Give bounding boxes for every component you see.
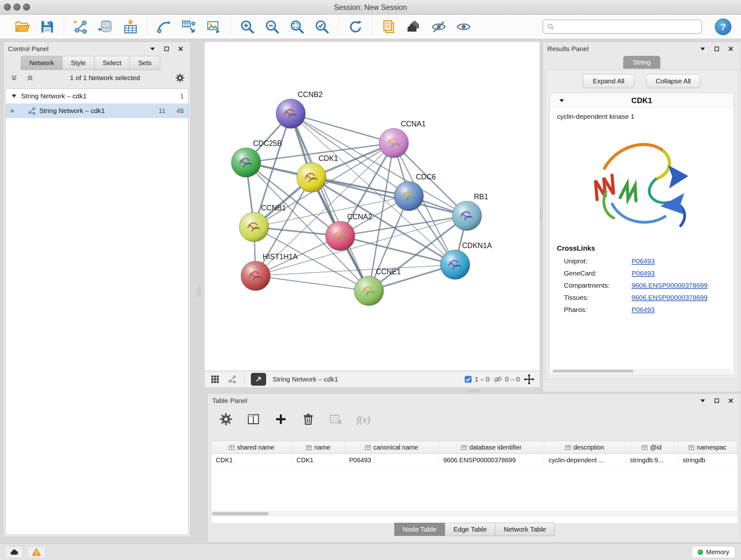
copy-icon[interactable] xyxy=(381,18,397,35)
edge-CCNB2-CCNE1[interactable] xyxy=(291,114,369,291)
expand-all-tree-icon[interactable] xyxy=(24,73,36,83)
collection-count: 1 xyxy=(180,92,184,100)
edge-CDC6-CCNE1[interactable] xyxy=(369,196,409,291)
grid-view-icon[interactable] xyxy=(210,374,220,384)
float-panel-icon[interactable] xyxy=(161,44,172,54)
column-header-@id[interactable]: @id xyxy=(625,441,678,454)
horizontal-splitter[interactable] xyxy=(468,389,479,392)
edge-CCNB2-CCNA1[interactable] xyxy=(291,114,394,143)
tab-network[interactable]: Network xyxy=(21,56,63,70)
table-settings-gear-icon[interactable] xyxy=(219,413,232,427)
node-label-CCNB1: CCNB1 xyxy=(261,204,286,212)
collapse-all-button[interactable]: Collapse All xyxy=(646,74,701,88)
column-header-shared-name[interactable]: shared name xyxy=(211,441,292,454)
card-horizontal-scrollbar[interactable] xyxy=(552,369,732,373)
crosslink-link[interactable]: P06493 xyxy=(631,269,655,277)
new-network-icon[interactable] xyxy=(156,18,172,35)
warning-icon[interactable] xyxy=(27,546,45,558)
tab-node-table[interactable]: Node Table xyxy=(394,523,445,536)
edge-CDK1-RB1[interactable] xyxy=(312,178,467,216)
tab-sets[interactable]: Sets xyxy=(130,56,160,70)
expand-all-button[interactable]: Expand All xyxy=(583,74,634,88)
node-CDC25B[interactable] xyxy=(231,148,261,177)
tab-string[interactable]: String xyxy=(623,56,660,69)
delete-column-trash-icon[interactable] xyxy=(301,413,315,427)
table-horizontal-scrollbar[interactable] xyxy=(211,511,738,516)
selected-checkbox-icon[interactable] xyxy=(464,375,472,383)
network-row[interactable]: String Network – cdk1 11 48 xyxy=(6,104,188,118)
network-from-table-icon[interactable] xyxy=(181,18,197,35)
node-RB1[interactable] xyxy=(452,201,482,231)
import-table-from-file-icon[interactable] xyxy=(122,18,139,35)
gear-icon[interactable] xyxy=(175,73,185,83)
close-panel-icon[interactable] xyxy=(175,44,186,54)
vertical-splitter-left[interactable] xyxy=(197,286,200,297)
show-columns-icon[interactable] xyxy=(247,413,260,427)
float-panel-icon[interactable] xyxy=(711,396,722,406)
cloud-icon[interactable] xyxy=(5,546,23,558)
import-network-from-file-icon[interactable] xyxy=(72,18,89,35)
panel-menu-icon[interactable] xyxy=(697,44,708,54)
zoom-selected-icon[interactable] xyxy=(314,18,330,35)
node-CDK1[interactable] xyxy=(297,163,326,192)
network-collection-row[interactable]: String Network – cdk1 1 xyxy=(6,89,188,104)
node-CCNB2[interactable] xyxy=(276,99,306,128)
node-CCNE1[interactable] xyxy=(354,276,384,306)
crosslink-link[interactable]: P06493 xyxy=(631,257,655,265)
add-column-icon[interactable] xyxy=(274,413,287,427)
save-session-icon[interactable] xyxy=(39,18,56,35)
function-builder-icon[interactable]: f(x) xyxy=(356,414,370,426)
column-header-namespac[interactable]: namespac xyxy=(678,441,737,454)
zoom-out-icon[interactable] xyxy=(264,18,280,35)
node-CDKN1A[interactable] xyxy=(441,250,470,279)
column-header-name[interactable]: name xyxy=(292,441,345,454)
tab-edge-table[interactable]: Edge Table xyxy=(445,523,495,536)
node-label-HIST1H1A: HIST1H1A xyxy=(263,253,298,261)
table-row[interactable]: CDK1CDK1P064939606.ENSP00000378699cyclin… xyxy=(211,454,738,467)
help-button[interactable]: ? xyxy=(715,18,731,35)
network-canvas[interactable]: CCNB2CCNA1CDC25BCDK1CDC6RB1CCNB1CCNA2CDK… xyxy=(204,42,540,371)
network-share-icon[interactable] xyxy=(227,374,238,384)
zoom-fit-icon[interactable] xyxy=(289,18,306,35)
column-header-description[interactable]: description xyxy=(544,441,625,454)
node-CCNB1[interactable] xyxy=(239,212,269,242)
node-CCNA1[interactable] xyxy=(379,128,408,158)
node-CCNA2[interactable] xyxy=(326,221,355,251)
column-header-canonical-name[interactable]: canonical name xyxy=(345,441,439,454)
tab-style[interactable]: Style xyxy=(62,56,94,70)
search-input[interactable] xyxy=(558,23,697,30)
collapse-all-tree-icon[interactable] xyxy=(9,73,19,83)
zoom-in-icon[interactable] xyxy=(239,18,256,35)
node-CDC6[interactable] xyxy=(394,181,423,211)
close-panel-icon[interactable] xyxy=(725,44,736,54)
edge-HIST1H1A-CCNE1[interactable] xyxy=(256,276,369,291)
delete-table-icon[interactable] xyxy=(329,413,342,427)
float-panel-icon[interactable] xyxy=(711,44,722,54)
apply-layout-icon[interactable] xyxy=(347,18,364,35)
pan-crosshair-icon[interactable] xyxy=(524,374,535,385)
export-image-icon[interactable] xyxy=(205,18,222,35)
close-panel-icon[interactable] xyxy=(725,396,736,406)
table-cell: P06493 xyxy=(345,454,439,466)
panel-menu-icon[interactable] xyxy=(147,44,158,54)
hide-selected-eye-slash-icon[interactable] xyxy=(430,18,447,35)
import-network-from-database-icon[interactable] xyxy=(97,18,114,35)
houses-icon[interactable] xyxy=(406,18,422,35)
tree-expand-icon[interactable] xyxy=(10,91,18,101)
hidden-eye-slash-icon[interactable] xyxy=(493,375,502,384)
node-HIST1H1A[interactable] xyxy=(241,261,270,291)
crosslinks-title: CrossLinks xyxy=(550,240,734,255)
search-box[interactable] xyxy=(542,19,702,34)
panel-menu-icon[interactable] xyxy=(697,396,708,406)
crosslink-link[interactable]: P06493 xyxy=(631,306,655,314)
main-toolbar: ? xyxy=(0,15,741,39)
memory-button[interactable]: Memory xyxy=(691,546,735,558)
crosslink-link[interactable]: 9606.ENSP00000378699 xyxy=(631,294,708,301)
tab-select[interactable]: Select xyxy=(94,56,130,70)
show-all-eye-icon[interactable] xyxy=(455,18,472,35)
open-session-icon[interactable] xyxy=(14,18,30,35)
tab-network-table[interactable]: Network Table xyxy=(495,523,555,536)
column-header-database-identifier[interactable]: database identifier xyxy=(439,441,544,454)
crosslink-link[interactable]: 9606.ENSP00000378699 xyxy=(631,282,708,289)
open-in-window-button[interactable] xyxy=(251,373,266,386)
